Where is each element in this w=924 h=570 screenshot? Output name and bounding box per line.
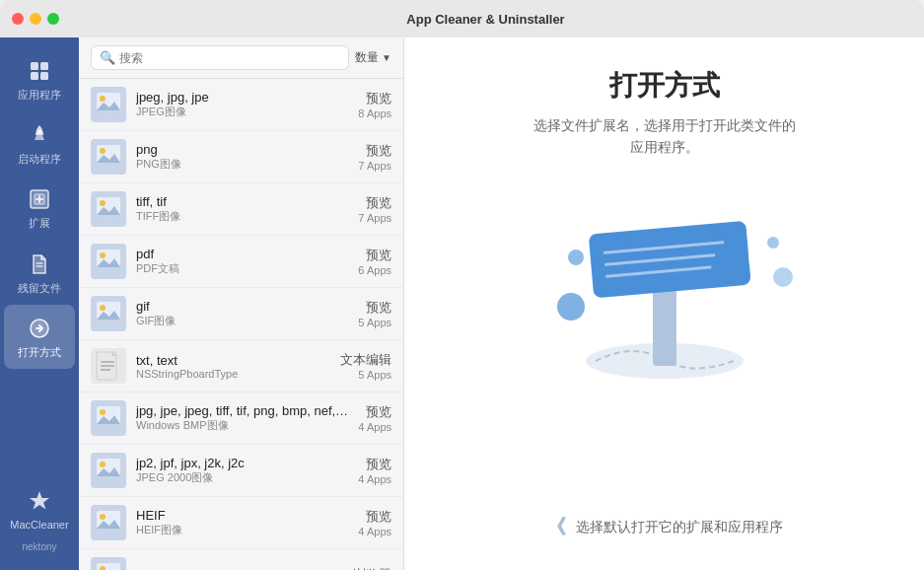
svg-point-57 (568, 249, 584, 265)
file-name: tiff, tif (136, 194, 348, 209)
file-name: jpg, jpe, jpeg, tiff, tif, png, bmp, nef… (136, 403, 348, 418)
file-app-label: 预览 (358, 299, 391, 317)
file-app-label: 预览 (358, 194, 391, 212)
file-right: 预览 5 Apps (358, 299, 391, 328)
file-count: 8 Apps (358, 107, 391, 119)
file-count: 4 Apps (358, 473, 391, 485)
file-right: 预览 8 Apps (358, 90, 391, 119)
file-right: 预览 4 Apps (358, 403, 391, 433)
illustration (517, 178, 813, 395)
list-item[interactable]: tiff, tif TIFF图像 预览 7 Apps (79, 183, 403, 236)
maximize-button[interactable] (47, 13, 59, 25)
file-subname: TIFF图像 (136, 209, 348, 224)
list-item[interactable]: pdf PDF文稿 预览 6 Apps (79, 236, 403, 288)
sidebar-leftovers-label: 残留文件 (18, 282, 61, 295)
list-item[interactable]: txt, text NSStringPboardType 文本编辑 5 Apps (79, 340, 403, 392)
svg-point-58 (557, 293, 585, 321)
chevron-left-icon: 《 (546, 514, 566, 540)
sidebar-maccleaner-label: MacCleaner (10, 519, 68, 532)
search-icon: 🔍 (100, 50, 115, 65)
list-item[interactable]: jpg, jpe, jpeg, tiff, tif, png, bmp, nef… (79, 392, 403, 445)
search-input-wrap[interactable]: 🔍 (91, 45, 349, 70)
file-name: HEIF (136, 508, 348, 523)
file-subname: HEIF图像 (136, 523, 348, 537)
close-button[interactable] (12, 13, 24, 25)
svg-rect-0 (31, 62, 38, 70)
svg-point-60 (773, 267, 793, 287)
page-title: 打开方式 (609, 67, 720, 105)
sidebar-item-maccleaner[interactable]: MacCleaner (4, 477, 75, 541)
sidebar-bottom: MacCleaner nektony (0, 477, 79, 560)
file-app-label: 文本编辑 (340, 351, 391, 369)
svg-rect-1 (40, 62, 48, 70)
list-item[interactable]: jpeg, jpg, jpe JPEG图像 预览 8 Apps (79, 79, 403, 131)
svg-point-17 (100, 148, 106, 154)
file-type-icon (91, 505, 126, 540)
svg-point-25 (100, 252, 106, 258)
file-info: png PNG图像 (136, 142, 348, 172)
file-name: jpeg, jpg, jpe (136, 90, 348, 105)
svg-rect-3 (40, 72, 48, 80)
file-type-icon (91, 244, 126, 279)
file-type-icon (91, 296, 126, 331)
svg-point-45 (100, 514, 106, 520)
app-body: 应用程序 启动程序 扩展 (0, 37, 924, 570)
sidebar-item-leftovers[interactable]: 残留文件 (4, 241, 75, 305)
file-app-label: 预览 (358, 508, 391, 526)
sidebar-open-with-label: 打开方式 (18, 346, 61, 359)
file-count: 7 Apps (358, 212, 391, 224)
file-right: 预览 4 Apps (358, 456, 391, 485)
file-name: txt, text (136, 353, 330, 368)
file-app-label: Safari浏览器 (320, 566, 391, 570)
file-subname: NSStringPboardType (136, 368, 330, 380)
file-right: 预览 7 Apps (358, 194, 391, 224)
list-item[interactable]: gif GIF图像 预览 5 Apps (79, 288, 403, 340)
svg-point-13 (100, 96, 106, 102)
file-subname: JPEG图像 (136, 105, 348, 119)
sidebar-item-startup[interactable]: 启动程序 (4, 111, 75, 176)
file-info: HEIF HEIF图像 (136, 508, 348, 537)
sidebar-item-open-with[interactable]: 打开方式 (4, 305, 75, 369)
file-info: pdf PDF文稿 (136, 247, 348, 276)
file-count: 5 Apps (340, 369, 391, 381)
file-right: Safari浏览器 (320, 566, 391, 570)
file-app-label: 预览 (358, 90, 391, 107)
file-type-icon (91, 191, 126, 227)
file-icon (26, 250, 53, 278)
search-bar: 🔍 数量 ▼ (79, 37, 403, 79)
sidebar-item-extensions[interactable]: 扩展 (4, 176, 75, 240)
file-info: gif GIF图像 (136, 299, 348, 328)
file-info: jp2, jpf, jpx, j2k, j2c JPEG 2000图像 (136, 456, 348, 485)
list-item[interactable]: png PNG图像 预览 7 Apps (79, 131, 403, 183)
list-item[interactable]: jp2, jpf, jpx, j2k, j2c JPEG 2000图像 预览 4… (79, 445, 403, 497)
file-right: 预览 7 Apps (358, 142, 391, 172)
file-count: 6 Apps (358, 264, 391, 276)
star-icon (26, 487, 53, 515)
file-info: txt, text NSStringPboardType (136, 353, 330, 380)
svg-point-37 (100, 409, 106, 415)
svg-point-41 (100, 462, 106, 467)
rocket-icon (26, 121, 53, 149)
svg-point-4 (37, 130, 41, 134)
nektony-brand: nektony (22, 541, 56, 552)
minimize-button[interactable] (30, 13, 41, 25)
sidebar-item-apps[interactable]: 应用程序 (4, 47, 75, 111)
file-type-icon (91, 87, 126, 122)
puzzle-icon (26, 185, 53, 213)
file-name: jp2, jpf, jpx, j2k, j2c (136, 456, 348, 470)
list-item[interactable]: HEIF HEIF图像 预览 4 Apps (79, 497, 403, 549)
sort-button[interactable]: 数量 ▼ (355, 49, 391, 66)
file-count: 4 Apps (358, 526, 391, 537)
file-count: 7 Apps (358, 160, 391, 172)
file-subname: PDF文稿 (136, 261, 348, 276)
file-right: 预览 6 Apps (358, 247, 391, 276)
svg-rect-2 (31, 72, 38, 80)
file-type-icon (91, 139, 126, 175)
svg-point-59 (767, 237, 779, 249)
file-count: 4 Apps (358, 421, 391, 433)
file-list: jpeg, jpg, jpe JPEG图像 预览 8 Apps png PNG图… (79, 79, 403, 570)
file-app-label: 预览 (358, 403, 391, 421)
file-list-panel: 🔍 数量 ▼ jpeg, jpg, jpe JPEG图像 预览 8 Apps (79, 37, 404, 570)
list-item[interactable]: html, htm Safari浏览器 (79, 549, 403, 570)
search-input[interactable] (119, 51, 340, 65)
